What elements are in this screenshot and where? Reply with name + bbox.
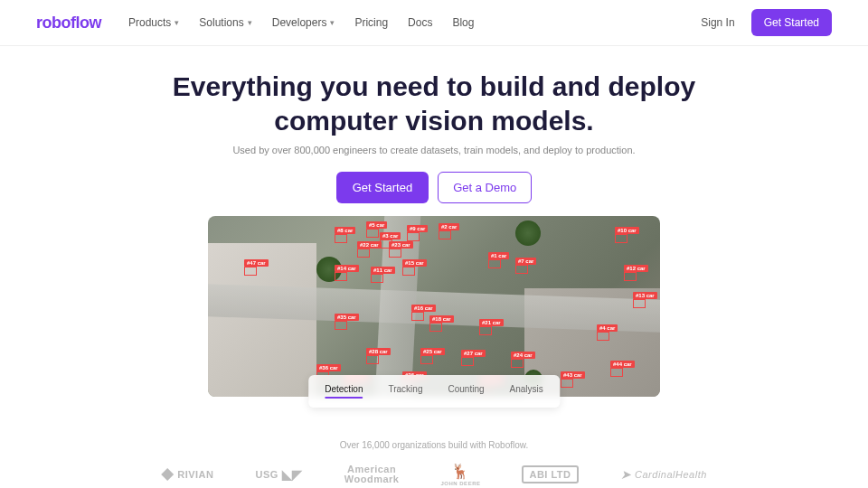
social-proof-text: Over 16,000 organizations build with Rob…	[0, 440, 868, 450]
logo-woodmark: AmericanWoodmark	[344, 465, 400, 484]
usg-icon: ◣◤	[282, 467, 303, 482]
detection-bbox: #7 car	[515, 258, 536, 265]
detection-bbox: #1 car	[488, 252, 509, 259]
tab-detection[interactable]: Detection	[312, 379, 375, 404]
detection-bbox: #47 car	[244, 259, 269, 267]
demo-tabs: Detection Tracking Counting Analysis	[308, 375, 560, 408]
hero-get-started-button[interactable]: Get Started	[336, 172, 429, 203]
nav-solutions[interactable]: Solutions▾	[199, 16, 251, 29]
nav-docs[interactable]: Docs	[408, 16, 432, 29]
detection-bbox: #36 car	[316, 364, 341, 371]
chevron-down-icon: ▾	[330, 18, 335, 27]
nav-label: Developers	[272, 16, 327, 29]
nav-products[interactable]: Products▾	[128, 16, 179, 29]
rivian-icon	[161, 468, 174, 481]
hero-title-line1: Everything you need to build and deploy	[173, 71, 695, 101]
detection-bbox: #2 car	[439, 223, 459, 230]
detection-bbox: #27 car	[461, 350, 486, 357]
hero-title-line2: computer vision models.	[274, 106, 593, 136]
detection-bbox: #12 car	[624, 265, 648, 272]
main-nav: Products▾ Solutions▾ Developers▾ Pricing…	[128, 16, 475, 29]
detection-bbox: #13 car	[633, 292, 657, 299]
chevron-down-icon: ▾	[175, 18, 179, 27]
detection-bbox: #15 car	[402, 259, 427, 267]
nav-blog[interactable]: Blog	[452, 16, 474, 29]
logo-text: RIVIAN	[177, 469, 213, 480]
logo-text: JOHN DEERE	[440, 481, 480, 486]
detection-bbox: #4 car	[597, 324, 618, 332]
logo-johndeere: 🦌JOHN DEERE	[440, 463, 480, 486]
detection-bbox: #21 car	[479, 319, 504, 326]
hero-subtitle: Used by over 800,000 engineers to create…	[18, 145, 850, 155]
logo-cardinal: ➤CardinalHealth	[620, 467, 707, 482]
detection-bbox: #3 car	[380, 232, 401, 239]
detection-bbox: #11 car	[371, 267, 395, 274]
client-logos: RIVIAN USG◣◤ AmericanWoodmark 🦌JOHN DEER…	[0, 463, 868, 486]
header-left: roboflow Products▾ Solutions▾ Developers…	[36, 14, 474, 33]
detection-bbox: #35 car	[335, 314, 359, 321]
hero-buttons: Get Started Get a Demo	[18, 172, 850, 203]
deer-icon: 🦌	[451, 463, 470, 480]
detection-bbox: #5 car	[366, 221, 387, 229]
detection-bbox: #14 car	[335, 265, 359, 272]
detection-bbox: #43 car	[561, 371, 585, 379]
tab-counting[interactable]: Counting	[435, 379, 496, 404]
hero-demo-image: #8 car#5 car#3 car#9 car#2 car#22 car#23…	[208, 216, 660, 397]
tab-analysis[interactable]: Analysis	[497, 379, 556, 404]
logo-rivian: RIVIAN	[161, 468, 213, 481]
detection-bbox: #23 car	[389, 241, 413, 249]
tree-shape	[515, 221, 541, 246]
bird-icon: ➤	[620, 467, 632, 482]
get-started-button[interactable]: Get Started	[751, 9, 832, 36]
header-right: Sign In Get Started	[701, 9, 832, 36]
nav-label: Solutions	[199, 16, 243, 29]
site-header: roboflow Products▾ Solutions▾ Developers…	[0, 0, 868, 46]
detection-bbox: #22 car	[357, 241, 382, 249]
detection-bbox: #8 car	[335, 227, 355, 234]
detection-bbox: #44 car	[610, 361, 635, 368]
signin-link[interactable]: Sign In	[701, 16, 734, 29]
logo-text: CardinalHealth	[635, 469, 707, 480]
tab-tracking[interactable]: Tracking	[375, 379, 435, 404]
detection-bbox: #18 car	[429, 315, 454, 323]
hero-title: Everything you need to build and deploy …	[18, 70, 850, 137]
hero-get-demo-button[interactable]: Get a Demo	[438, 172, 532, 203]
detection-bbox: #25 car	[420, 348, 445, 355]
nav-label: Products	[128, 16, 171, 29]
chevron-down-icon: ▾	[248, 18, 252, 27]
social-proof: Over 16,000 organizations build with Rob…	[0, 440, 868, 486]
detection-bbox: #10 car	[615, 227, 639, 234]
logo-text: Woodmark	[344, 474, 400, 484]
detection-bbox: #9 car	[407, 225, 428, 232]
nav-pricing[interactable]: Pricing	[354, 16, 388, 29]
nav-developers[interactable]: Developers▾	[272, 16, 335, 29]
logo-text: USG	[255, 469, 278, 480]
detection-bbox: #28 car	[366, 348, 391, 355]
logo-abi: ABI LTD	[522, 465, 578, 483]
detection-bbox: #16 car	[411, 305, 436, 312]
logo-usg: USG◣◤	[255, 467, 302, 482]
hero-image-wrap: #8 car#5 car#3 car#9 car#2 car#22 car#23…	[208, 216, 660, 397]
logo[interactable]: roboflow	[36, 14, 101, 33]
detection-bbox: #24 car	[511, 352, 535, 359]
hero-section: Everything you need to build and deploy …	[0, 46, 868, 397]
